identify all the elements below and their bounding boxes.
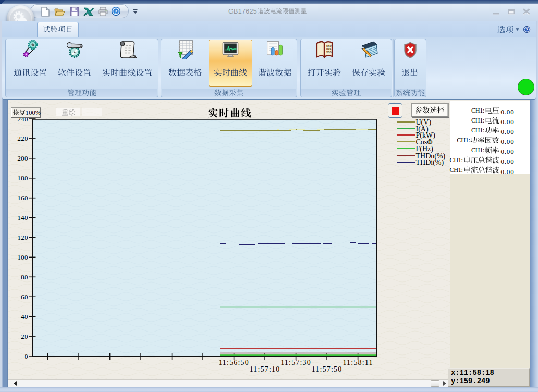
svg-text:?: ? [115, 8, 118, 15]
svg-text:X55: X55 [326, 51, 332, 54]
svg-text:?: ? [525, 27, 528, 32]
